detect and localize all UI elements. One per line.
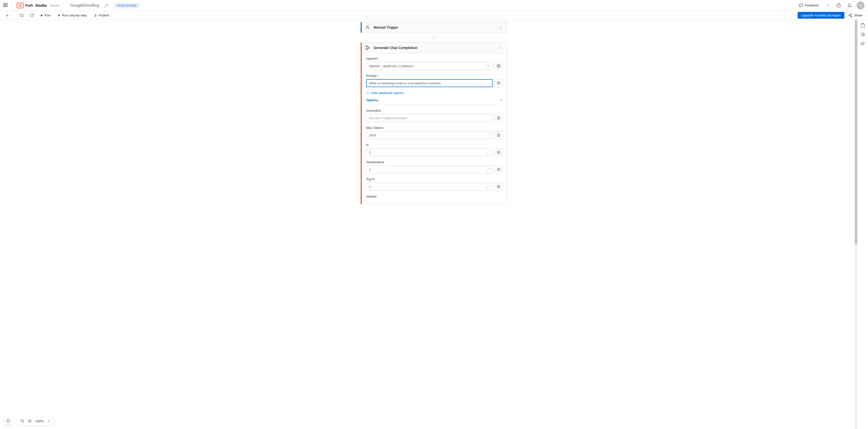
run-step-button[interactable]: Run step-by-step — [55, 12, 89, 18]
add-variable-icon[interactable] — [495, 183, 503, 191]
upgrade-packages-button[interactable]: Upgrade installed packages — [798, 12, 844, 19]
svg-point-12 — [851, 16, 852, 17]
svg-point-0 — [828, 4, 828, 4]
field-top-p: Top P 1 — [366, 177, 503, 191]
expand-icon — [487, 151, 490, 154]
clipboard-icon[interactable] — [860, 23, 865, 28]
add-variable-icon[interactable] — [495, 131, 503, 139]
openai-label: OpenAI — [366, 57, 377, 60]
chevron-up-icon — [366, 91, 370, 95]
svg-point-17 — [501, 27, 501, 28]
expand-icon — [487, 185, 490, 188]
saved-status: Saved recently — [114, 3, 140, 8]
field-instruction: Instruction You are a helpful assistant — [366, 109, 503, 122]
toolbar: Run Run step-by-step Publish Upgrade ins… — [0, 11, 868, 20]
feedback-icon — [799, 3, 803, 7]
top-p-input[interactable]: 1 — [366, 183, 493, 191]
manual-trigger-card[interactable]: Manual Trigger — [361, 22, 507, 33]
layers-icon[interactable] — [860, 32, 865, 37]
run-label: Run — [45, 13, 51, 17]
share-label: Share — [854, 13, 863, 17]
svg-rect-21 — [366, 49, 367, 50]
share-icon — [848, 13, 852, 18]
field-n: N 1 — [366, 143, 503, 156]
add-variable-icon[interactable] — [495, 114, 503, 122]
chevron-down-icon — [487, 64, 490, 68]
card-menu-icon[interactable] — [498, 25, 504, 30]
pan-hand-icon[interactable] — [3, 417, 12, 426]
svg-rect-22 — [368, 47, 370, 49]
add-variable-icon[interactable] — [495, 79, 503, 87]
preview-tag: Preview — [50, 4, 59, 7]
expand-icon — [487, 168, 490, 171]
svg-line-48 — [23, 422, 24, 423]
logo-badge: Ui — [17, 3, 24, 8]
options-section-header[interactable]: Options — [366, 98, 503, 105]
scrollbar-thumb[interactable] — [855, 20, 857, 245]
divider — [12, 2, 13, 8]
chevron-down-icon — [499, 98, 503, 102]
generate-chat-completion-card[interactable]: Generate Chat Completion OpenAI * OpenAI… — [361, 42, 507, 204]
svg-point-26 — [498, 65, 499, 66]
n-input[interactable]: 1 — [366, 148, 493, 156]
max-tokens-input[interactable]: 1920 — [366, 131, 493, 139]
play-icon — [40, 14, 43, 17]
zoom-pill: 100% — [17, 417, 55, 426]
temperature-value: 1 — [369, 168, 371, 171]
add-variable-icon[interactable] — [495, 166, 503, 173]
canvas[interactable]: Manual Trigger Generate Chat Completion — [0, 20, 868, 429]
card-menu-icon[interactable] — [498, 45, 504, 51]
publish-label: Publish — [99, 13, 110, 17]
help-icon[interactable] — [835, 1, 843, 9]
prompt-text[interactable] — [369, 81, 490, 85]
user-avatar[interactable]: SS — [857, 1, 865, 9]
expand-icon — [487, 134, 490, 137]
chevron-up-icon[interactable] — [47, 419, 51, 423]
openai-value: OpenAI - uipath-inc-2 [ default ] — [369, 64, 414, 68]
instruction-input[interactable]: You are a helpful assistant — [366, 114, 493, 122]
openai-dropdown[interactable]: OpenAI - uipath-inc-2 [ default ] — [366, 62, 493, 70]
logo[interactable]: Ui Path Studio Preview — [17, 3, 59, 8]
prompt-input[interactable] — [366, 79, 493, 87]
divider — [63, 2, 64, 8]
required-icon: * — [378, 57, 379, 60]
more-menu-icon[interactable] — [824, 1, 832, 9]
feedback-button[interactable]: Feedback — [797, 2, 821, 8]
svg-marker-6 — [41, 14, 43, 17]
n-label: N — [366, 143, 368, 147]
edit-icon[interactable] — [104, 3, 108, 7]
publish-icon — [94, 14, 97, 17]
apps-icon[interactable] — [3, 3, 8, 8]
field-stream: Stream — [366, 195, 503, 198]
svg-rect-46 — [861, 33, 863, 35]
add-node-icon[interactable] — [432, 35, 436, 40]
redo-icon[interactable] — [28, 11, 36, 20]
zoom-out-icon[interactable] — [20, 419, 24, 423]
svg-point-2 — [828, 6, 828, 7]
top-p-value: 1 — [369, 185, 371, 189]
share-button[interactable]: Share — [846, 12, 865, 19]
svg-point-23 — [501, 47, 501, 47]
svg-point-10 — [851, 14, 852, 15]
temperature-input[interactable]: 1 — [366, 166, 493, 173]
zoom-controls: 100% — [3, 417, 55, 426]
zoom-in-icon[interactable] — [28, 419, 32, 423]
svg-point-25 — [501, 49, 501, 49]
undo-icon[interactable] — [18, 11, 26, 20]
required-icon: * — [377, 74, 378, 78]
hide-additional-options-toggle[interactable]: Hide additional options — [366, 91, 503, 95]
run-step-label: Run step-by-step — [62, 13, 87, 17]
publish-button[interactable]: Publish — [91, 12, 112, 18]
add-variable-icon[interactable] — [495, 148, 503, 156]
back-icon[interactable] — [3, 11, 11, 20]
top-p-label: Top P — [366, 177, 374, 181]
studio-label: Studio — [35, 3, 47, 7]
svg-point-24 — [501, 48, 501, 48]
scrollbar-track[interactable] — [855, 20, 858, 429]
run-button[interactable]: Run — [38, 12, 53, 18]
field-openai: OpenAI * OpenAI - uipath-inc-2 [ default… — [366, 57, 503, 70]
notifications-icon[interactable] — [846, 1, 854, 9]
telescope-icon[interactable] — [860, 41, 865, 46]
svg-rect-20 — [366, 46, 367, 47]
gear-icon[interactable] — [495, 62, 503, 70]
